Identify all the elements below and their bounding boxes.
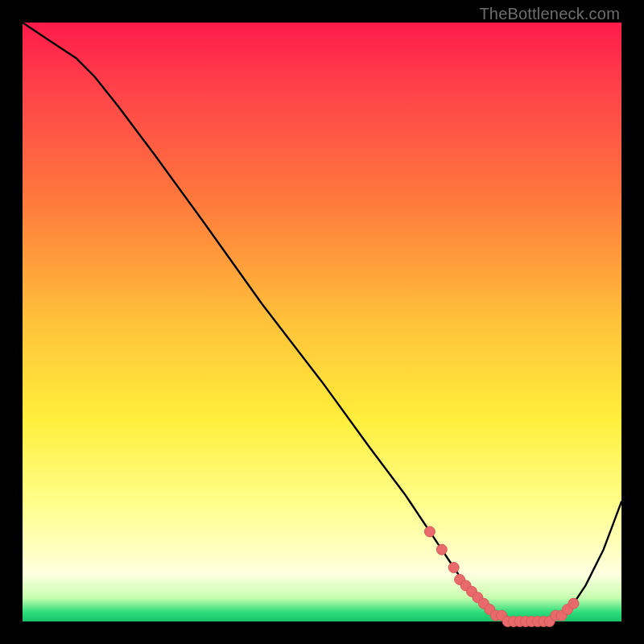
highlight-marker-group [424, 526, 579, 627]
bottleneck-curve-line [23, 23, 621, 621]
plot-frame [23, 23, 621, 621]
highlight-marker [424, 526, 435, 537]
highlight-marker [448, 563, 459, 573]
bottleneck-curve-svg [23, 23, 621, 621]
watermark-text: TheBottleneck.com [479, 5, 620, 23]
highlight-marker [436, 544, 447, 555]
highlight-marker [568, 598, 579, 609]
